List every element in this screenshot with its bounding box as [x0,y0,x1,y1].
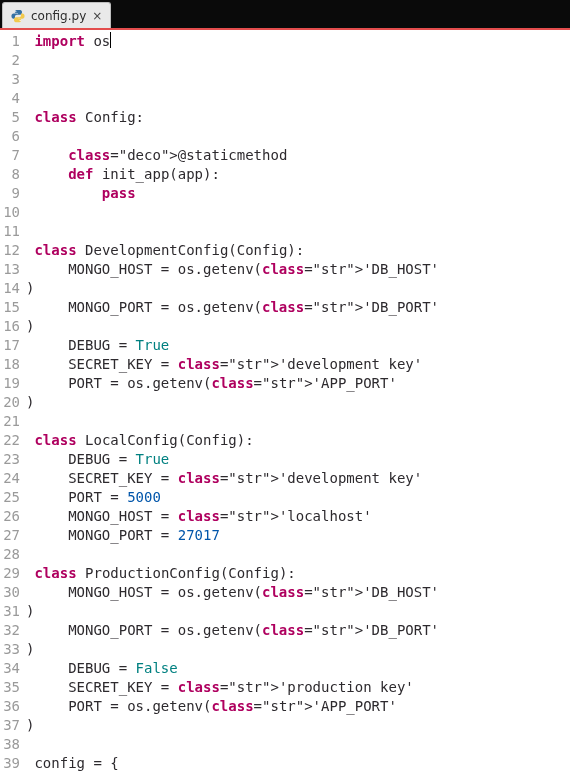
editor-window: config.py × 1234567891011121314151617181… [0,0,570,773]
line-number-gutter: 1234567891011121314151617181920212223242… [0,30,26,773]
svg-point-0 [15,11,16,12]
tab-config-py[interactable]: config.py × [2,2,111,28]
tab-bar: config.py × [0,0,570,30]
code-editor[interactable]: 1234567891011121314151617181920212223242… [0,30,570,773]
tab-close-icon[interactable]: × [92,9,102,23]
code-area[interactable]: import os class Config: class="deco">@st… [26,30,570,773]
text-caret [110,32,111,48]
svg-point-1 [20,19,21,20]
tab-label: config.py [31,9,86,23]
python-file-icon [11,9,25,23]
